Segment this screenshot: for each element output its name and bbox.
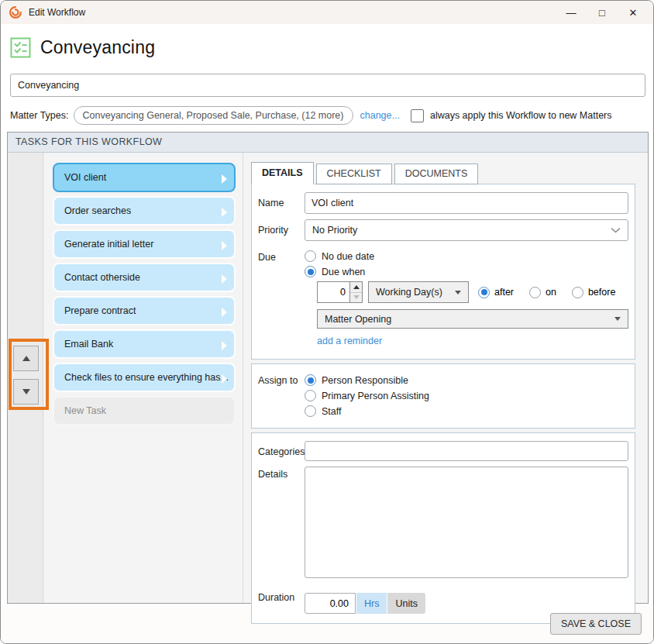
task-name-input[interactable]	[305, 192, 628, 214]
task-item-generate-initial-letter[interactable]: Generate initial letter	[53, 229, 236, 259]
task-detail-panel: DETAILS CHECKLIST DOCUMENTS Name Priorit…	[243, 153, 648, 603]
task-item-voi-client[interactable]: VOI client	[53, 163, 236, 192]
tasks-group-header: TASKS FOR THIS WORKFLOW	[8, 133, 648, 153]
triangle-up-icon	[353, 285, 360, 289]
duration-label: Duration	[258, 587, 305, 614]
triangle-right-icon	[222, 241, 227, 250]
tab-checklist[interactable]: CHECKLIST	[316, 164, 392, 184]
details-label: Details	[258, 467, 305, 581]
add-reminder-link[interactable]: add a reminder	[317, 336, 382, 346]
dropdown-arrow-icon	[455, 291, 461, 294]
extra-details-section: Categories Details Duration	[251, 432, 635, 624]
titlebar: Edit Workflow — □ ✕	[1, 1, 653, 24]
no-due-date-radio[interactable]	[305, 250, 316, 262]
task-label: Contact otherside	[64, 272, 140, 283]
triangle-down-icon	[353, 295, 360, 299]
page-header: Conveyancing	[10, 35, 644, 60]
task-label: Generate initial letter	[64, 239, 153, 250]
details-textarea[interactable]	[305, 467, 628, 578]
page-title: Conveyancing	[40, 37, 155, 58]
app-logo-icon	[9, 5, 22, 19]
move-task-up-button[interactable]	[13, 346, 39, 371]
spinner-down-button[interactable]	[350, 293, 362, 303]
spinner-up-button[interactable]	[350, 282, 362, 293]
primary-person-assisting-radio[interactable]	[305, 390, 316, 401]
always-apply-label: always apply this Workflow to new Matter…	[430, 110, 612, 121]
minimize-button[interactable]: —	[556, 2, 587, 23]
move-task-down-button[interactable]	[13, 379, 39, 405]
assign-to-section: Assign to Person Responsible Primary Per…	[251, 363, 635, 429]
duration-unit-units[interactable]: Units	[387, 593, 425, 614]
maximize-button[interactable]: □	[587, 2, 618, 23]
priority-label: Priority	[258, 219, 305, 241]
new-task-label: New Task	[64, 405, 106, 416]
after-label: after	[494, 287, 514, 298]
task-item-contact-otherside[interactable]: Contact otherside	[53, 263, 236, 292]
categories-label: Categories	[258, 441, 305, 461]
due-anchor-dropdown[interactable]: Matter Opening	[317, 309, 628, 329]
task-label: Email Bank	[64, 339, 113, 350]
person-responsible-label: Person Responsible	[322, 375, 408, 386]
edit-workflow-dialog: Edit Workflow — □ ✕ Conveyancing Matter …	[0, 0, 654, 644]
assign-to-label: Assign to	[258, 374, 305, 417]
due-label: Due	[258, 246, 305, 350]
tab-details[interactable]: DETAILS	[251, 162, 314, 184]
priority-select[interactable]: No Priority	[305, 219, 628, 241]
chevron-down-icon	[611, 227, 621, 233]
before-label: before	[588, 287, 615, 298]
due-when-radio[interactable]	[305, 266, 316, 277]
due-anchor-value: Matter Opening	[325, 314, 391, 325]
triangle-right-icon	[222, 341, 227, 350]
duration-input[interactable]	[305, 593, 356, 614]
triangle-right-icon	[222, 174, 227, 184]
task-reorder-rail	[8, 153, 43, 603]
duration-unit-hrs[interactable]: Hrs	[356, 593, 387, 614]
staff-radio[interactable]	[305, 405, 316, 417]
triangle-right-icon	[222, 374, 227, 384]
save-and-close-button[interactable]: SAVE & CLOSE	[550, 613, 642, 635]
due-offset-spinner[interactable]	[349, 281, 363, 303]
priority-value: No Priority	[312, 225, 357, 236]
matter-types-value[interactable]: Conveyancing General, Proposed Sale, Pur…	[74, 106, 353, 125]
close-button[interactable]: ✕	[618, 2, 649, 23]
task-list: VOI client Order searches Generate initi…	[43, 153, 243, 603]
on-label: on	[546, 287, 556, 298]
name-label: Name	[258, 192, 305, 214]
triangle-up-icon	[22, 356, 30, 361]
task-label: Check files to ensure everything has...	[64, 372, 229, 383]
due-unit-dropdown[interactable]: Working Day(s)	[368, 281, 469, 303]
task-item-check-files[interactable]: Check files to ensure everything has...	[53, 363, 236, 392]
triangle-right-icon	[222, 208, 227, 217]
primary-person-assisting-label: Primary Person Assisting	[322, 391, 429, 401]
detail-tabs: DETAILS CHECKLIST DOCUMENTS	[251, 162, 635, 184]
triangle-down-icon	[22, 389, 30, 394]
always-apply-checkbox[interactable]	[411, 109, 424, 122]
new-task-button[interactable]: New Task	[53, 396, 236, 425]
due-unit-value: Working Day(s)	[376, 287, 442, 298]
staff-label: Staff	[322, 406, 341, 417]
change-matter-types-link[interactable]: change...	[360, 110, 400, 121]
no-due-date-label: No due date	[322, 251, 374, 262]
matter-types-label: Matter Types:	[10, 110, 69, 121]
person-responsible-radio[interactable]	[305, 374, 316, 386]
workflow-name-input[interactable]	[10, 74, 645, 97]
on-radio[interactable]	[529, 287, 541, 298]
task-item-email-bank[interactable]: Email Bank	[53, 329, 236, 359]
details-section: Name Priority No Priority	[251, 184, 635, 360]
task-label: VOI client	[64, 172, 106, 183]
matter-types-row: Matter Types: Conveyancing General, Prop…	[10, 106, 644, 125]
due-when-label: Due when	[322, 267, 365, 277]
categories-input[interactable]	[305, 441, 628, 461]
after-radio[interactable]	[478, 287, 490, 298]
before-radio[interactable]	[572, 287, 583, 298]
window-title: Edit Workflow	[29, 7, 556, 18]
tab-documents[interactable]: DOCUMENTS	[394, 164, 479, 184]
triangle-right-icon	[222, 308, 227, 317]
dropdown-arrow-icon	[614, 317, 621, 321]
due-offset-input[interactable]	[317, 281, 349, 303]
task-label: Prepare contract	[64, 305, 136, 316]
task-item-prepare-contract[interactable]: Prepare contract	[53, 296, 236, 325]
tasks-group: TASKS FOR THIS WORKFLOW VOI client	[7, 132, 649, 604]
triangle-right-icon	[222, 274, 227, 284]
task-item-order-searches[interactable]: Order searches	[53, 196, 236, 226]
